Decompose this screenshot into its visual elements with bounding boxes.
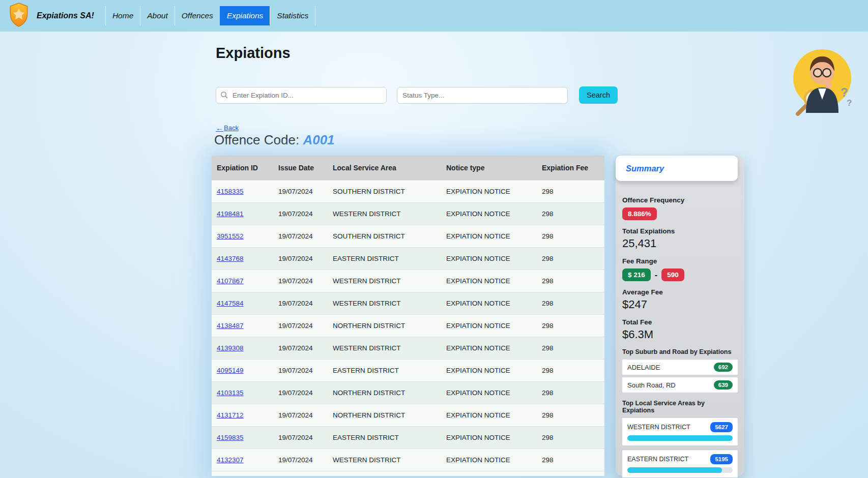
cell-notice-type: EXPIATION NOTICE xyxy=(441,292,537,314)
expiation-id-input[interactable] xyxy=(216,87,387,104)
lsa-bar-fill xyxy=(627,467,722,473)
expiation-id-link[interactable]: 4138487 xyxy=(217,322,244,330)
summary-panel: Summary Offence Frequency 8.886% Total E… xyxy=(616,156,744,476)
top-lsa-label: Top Local Service Areas by Expiations xyxy=(622,400,738,414)
lsa-bar-track xyxy=(627,435,733,441)
cell-issue-date: 19/07/2024 xyxy=(273,359,328,381)
partial-next-row xyxy=(212,471,604,476)
cell-issue-date: 19/07/2024 xyxy=(273,180,328,202)
cell-notice-type: EXPIATION NOTICE xyxy=(441,426,537,449)
expiation-id-link[interactable]: 4158335 xyxy=(217,188,244,195)
nav-item-home[interactable]: Home xyxy=(105,6,140,25)
cell-issue-date: 19/07/2024 xyxy=(273,449,328,471)
cell-expiation-fee: 298 xyxy=(537,180,604,202)
col-expiation-fee: Expiation Fee xyxy=(537,156,604,180)
status-type-input[interactable] xyxy=(397,87,568,104)
cell-issue-date: 19/07/2024 xyxy=(273,314,328,337)
cell-issue-date: 19/07/2024 xyxy=(273,270,328,292)
expiation-id-link[interactable]: 3951552 xyxy=(217,232,244,240)
page-title: Expiations xyxy=(216,45,291,62)
expiations-table: Expiation ID Issue Date Local Service Ar… xyxy=(212,156,604,476)
cell-issue-date: 19/07/2024 xyxy=(273,225,328,247)
cell-expiation-fee: 298 xyxy=(537,337,604,359)
lsa-bar-track xyxy=(627,467,733,473)
search-button[interactable]: Search xyxy=(579,86,618,104)
suburb-road-item: South Road, RD 639 xyxy=(622,377,738,393)
cell-expiation-fee: 298 xyxy=(537,359,604,381)
cell-local-service-area: SOUTHERN DISTRICT xyxy=(328,180,441,202)
cell-expiation-id: 4158335 xyxy=(212,180,273,202)
lsa-name: EASTERN DISTRICT xyxy=(627,456,688,463)
top-lsa-list: WESTERN DISTRICT 5627 EASTERN DISTRICT 5… xyxy=(622,418,738,477)
cell-notice-type: EXPIATION NOTICE xyxy=(441,449,537,471)
cell-local-service-area: SOUTHERN DISTRICT xyxy=(328,225,441,247)
lsa-bar-fill xyxy=(627,435,733,441)
cell-expiation-fee: 298 xyxy=(537,381,604,404)
svg-text:?: ? xyxy=(841,85,848,99)
suburb-road-count-badge: 692 xyxy=(714,363,733,372)
nav-item-offences[interactable]: Offences xyxy=(175,6,220,25)
suburb-road-count-badge: 639 xyxy=(714,380,733,390)
expiation-id-link[interactable]: 4198481 xyxy=(217,210,244,218)
fee-max-badge: 590 xyxy=(661,268,684,281)
table-row: 3951552 19/07/2024 SOUTHERN DISTRICT EXP… xyxy=(212,225,604,247)
cell-expiation-fee: 298 xyxy=(537,426,604,449)
cell-expiation-id: 4131712 xyxy=(212,404,273,426)
total-fee-value: $6.3M xyxy=(622,328,738,341)
cell-issue-date: 19/07/2024 xyxy=(273,426,328,449)
police-badge-icon xyxy=(6,2,32,29)
search-bar: Search xyxy=(216,86,618,104)
cell-expiation-fee: 298 xyxy=(537,449,604,471)
cell-expiation-fee: 298 xyxy=(537,314,604,337)
back-label: Back xyxy=(224,124,239,132)
back-link[interactable]: ←Back xyxy=(216,124,239,132)
expiation-id-link[interactable]: 4147584 xyxy=(217,300,244,307)
cell-expiation-id: 4132307 xyxy=(212,449,273,471)
cell-notice-type: EXPIATION NOTICE xyxy=(441,180,537,202)
total-expiations-value: 25,431 xyxy=(622,237,738,250)
cell-local-service-area: NORTHERN DISTRICT xyxy=(328,314,441,337)
col-notice-type: Notice type xyxy=(441,156,537,180)
cell-issue-date: 19/07/2024 xyxy=(273,337,328,359)
back-arrow-icon: ← xyxy=(216,124,223,132)
total-fee-label: Total Fee xyxy=(622,318,738,326)
table-row: 4139308 19/07/2024 WESTERN DISTRICT EXPI… xyxy=(212,337,604,359)
expiation-id-link[interactable]: 4143768 xyxy=(217,255,244,262)
expiation-id-link[interactable]: 4131712 xyxy=(217,411,244,419)
top-suburb-road-label: Top Suburb and Road by Expiations xyxy=(622,348,738,355)
offence-code-value: A001 xyxy=(303,132,334,147)
expiation-id-link[interactable]: 4139308 xyxy=(217,344,244,352)
table-row: 4147584 19/07/2024 WESTERN DISTRICT EXPI… xyxy=(212,292,604,314)
cell-notice-type: EXPIATION NOTICE xyxy=(441,314,537,337)
brand[interactable]: Expiations SA! xyxy=(0,2,105,29)
table-row: 4103135 19/07/2024 NORTHERN DISTRICT EXP… xyxy=(212,381,604,404)
cell-local-service-area: WESTERN DISTRICT xyxy=(328,202,441,225)
cell-expiation-id: 4138487 xyxy=(212,314,273,337)
lsa-count-badge: 5627 xyxy=(710,422,733,432)
summary-title: Summary xyxy=(626,164,664,173)
cell-issue-date: 19/07/2024 xyxy=(273,247,328,270)
cell-notice-type: EXPIATION NOTICE xyxy=(441,404,537,426)
suburb-road-name: South Road, RD xyxy=(627,381,676,389)
expiation-id-link[interactable]: 4095149 xyxy=(217,367,244,374)
top-suburb-road-list: ADELAIDE 692 South Road, RD 639 xyxy=(622,360,738,393)
cell-local-service-area: EASTERN DISTRICT xyxy=(328,247,441,270)
expiation-id-link[interactable]: 4132307 xyxy=(217,456,244,464)
table-header: Expiation ID Issue Date Local Service Ar… xyxy=(212,156,604,180)
table-row: 4095149 19/07/2024 EASTERN DISTRICT EXPI… xyxy=(212,359,604,381)
table-row: 4143768 19/07/2024 EASTERN DISTRICT EXPI… xyxy=(212,247,604,270)
table-row: 4158335 19/07/2024 SOUTHERN DISTRICT EXP… xyxy=(212,180,604,202)
navbar: Expiations SA! Home About Offences Expia… xyxy=(0,0,868,32)
nav-item-statistics[interactable]: Statistics xyxy=(270,6,315,25)
expiation-id-link[interactable]: 4103135 xyxy=(217,389,244,397)
expiation-id-link[interactable]: 4159835 xyxy=(217,434,244,441)
nav-item-about[interactable]: About xyxy=(140,6,175,25)
lsa-item: EASTERN DISTRICT 5195 xyxy=(622,450,738,477)
fee-range-label: Fee Range xyxy=(622,257,738,265)
expiation-id-link[interactable]: 4107867 xyxy=(217,277,244,285)
cell-expiation-id: 4198481 xyxy=(212,202,273,225)
cell-local-service-area: WESTERN DISTRICT xyxy=(328,292,441,314)
nav-item-expiations[interactable]: Expiations xyxy=(220,6,270,25)
average-fee-label: Average Fee xyxy=(622,288,738,296)
total-expiations-label: Total Expiations xyxy=(622,227,738,235)
